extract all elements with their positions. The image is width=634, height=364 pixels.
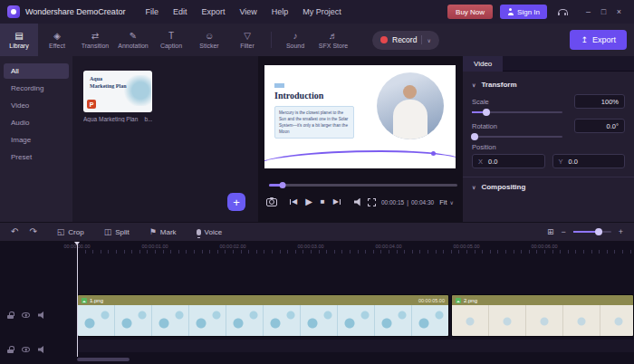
- compositing-section-header[interactable]: ∨ Compositing: [472, 183, 625, 191]
- zoom-in-icon[interactable]: +: [619, 228, 623, 236]
- media-item[interactable]: Aqua Marketing Plan P Aqua Marketing Pla…: [83, 71, 152, 122]
- next-frame-button[interactable]: ▶: [333, 198, 339, 206]
- tab-effect[interactable]: ◈ Effect: [38, 24, 76, 56]
- volume-icon[interactable]: [354, 198, 362, 206]
- history-controls: ↶ ↷: [11, 227, 37, 236]
- section-divider: [463, 177, 634, 177]
- lock-track-icon[interactable]: [7, 346, 14, 353]
- scale-value-field[interactable]: 100%: [574, 94, 625, 109]
- category-all[interactable]: All: [4, 63, 69, 79]
- split-tool-button[interactable]: ◫ Split: [104, 228, 130, 236]
- tab-sfx-store[interactable]: ♬ SFX Store: [314, 24, 352, 56]
- mute-track-icon[interactable]: [38, 311, 45, 319]
- mute-track-icon[interactable]: [38, 346, 45, 353]
- annotation-icon: ✎: [130, 32, 137, 41]
- menu-my-project[interactable]: My Project: [303, 7, 341, 16]
- buy-now-button[interactable]: Buy Now: [447, 5, 493, 19]
- tab-annotation[interactable]: ✎ Annotation: [114, 24, 152, 56]
- category-audio[interactable]: Audio: [4, 115, 69, 130]
- record-button[interactable]: Record ∨: [372, 31, 439, 50]
- timeline-zoom-slider[interactable]: [573, 231, 611, 233]
- preview-seek-bar[interactable]: [269, 184, 457, 187]
- minimize-button[interactable]: –: [581, 5, 596, 19]
- crop-tool-button[interactable]: ◱ Crop: [57, 228, 84, 236]
- rotation-slider[interactable]: [472, 136, 562, 138]
- menu-export[interactable]: Export: [201, 7, 225, 16]
- zoom-out-icon[interactable]: −: [561, 228, 565, 236]
- tab-transition[interactable]: ⇄ Transition: [76, 24, 114, 56]
- tab-separator: [271, 32, 272, 48]
- scale-slider[interactable]: [472, 111, 562, 113]
- scale-slider-handle[interactable]: [483, 109, 490, 116]
- rotation-row: Rotation 0.0°: [472, 119, 625, 133]
- titlebar-right: Buy Now Sign In – □ ×: [447, 5, 627, 19]
- headset-support-icon[interactable]: [558, 9, 566, 15]
- tab-caption[interactable]: T Caption: [152, 24, 190, 56]
- y-value: 0.0: [569, 158, 578, 166]
- image-file-icon: [82, 298, 87, 303]
- tab-sticker[interactable]: ☺ Sticker: [190, 24, 228, 56]
- fullscreen-icon[interactable]: [368, 198, 376, 206]
- clip-filmstrip[interactable]: [452, 305, 633, 337]
- stop-button[interactable]: ■: [321, 198, 325, 206]
- timeline-panel: 00:00:00.00 00:00:01.00 00:00:02.00 00:0…: [0, 242, 634, 364]
- lock-track-icon[interactable]: [7, 311, 14, 319]
- category-preset[interactable]: Preset: [4, 149, 69, 165]
- position-y-field[interactable]: Y 0.0: [552, 154, 626, 168]
- add-media-button[interactable]: +: [227, 193, 245, 211]
- seek-handle[interactable]: [279, 182, 285, 188]
- maximize-button[interactable]: □: [596, 5, 611, 19]
- split-icon: ◫: [104, 228, 112, 236]
- preview-canvas[interactable]: Introduction Mercury is the closest plan…: [264, 65, 456, 168]
- toggle-visibility-icon[interactable]: [22, 347, 30, 352]
- tab-filter[interactable]: ▽ Filter: [228, 24, 266, 56]
- chevron-down-icon[interactable]: ∨: [427, 37, 430, 43]
- ruler-label: 00:00:04.00: [375, 244, 401, 249]
- slide-title: Introduction: [274, 91, 323, 101]
- voice-tool-button[interactable]: Voice: [197, 228, 223, 236]
- close-button[interactable]: ×: [611, 5, 627, 19]
- rotation-value-field[interactable]: 0.0°: [574, 119, 625, 133]
- transform-section-header[interactable]: ∨ Transform: [472, 81, 625, 89]
- transform-title: Transform: [481, 81, 516, 89]
- zoom-slider-handle[interactable]: [595, 228, 602, 235]
- rotation-slider-handle[interactable]: [471, 133, 478, 140]
- category-recording[interactable]: Recording: [4, 81, 69, 96]
- fit-dropdown[interactable]: Fit ∨: [439, 198, 454, 206]
- y-axis-label: Y: [559, 158, 563, 166]
- snapshot-camera-icon[interactable]: [266, 198, 277, 206]
- category-image[interactable]: Image: [4, 132, 69, 148]
- media-thumbnail[interactable]: Aqua Marketing Plan P: [83, 71, 152, 112]
- sign-in-button[interactable]: Sign In: [500, 5, 547, 19]
- timeline-ruler[interactable]: 00:00:00.00 00:00:01.00 00:00:02.00 00:0…: [68, 242, 634, 254]
- clip-filmstrip[interactable]: [78, 305, 448, 337]
- play-button[interactable]: ▶: [305, 197, 312, 206]
- menu-view[interactable]: View: [239, 7, 256, 16]
- slide-photo: [377, 72, 444, 139]
- timeline-clip-2[interactable]: 2.png: [451, 294, 634, 337]
- menu-help[interactable]: Help: [272, 7, 289, 16]
- timeline-horizontal-scrollbar[interactable]: [77, 358, 130, 361]
- playhead[interactable]: [77, 242, 78, 357]
- library-panel: Aqua Marketing Plan P Aqua Marketing Pla…: [72, 56, 258, 222]
- redo-icon[interactable]: ↷: [29, 227, 36, 236]
- previous-frame-button[interactable]: ◀: [292, 198, 297, 206]
- export-button[interactable]: ↥ Export: [570, 30, 627, 50]
- timeline-clip-1[interactable]: 1.png 00:00:05.00: [77, 294, 449, 337]
- menu-file[interactable]: File: [145, 7, 158, 16]
- category-video[interactable]: Video: [4, 98, 69, 113]
- undo-icon[interactable]: ↶: [11, 227, 18, 236]
- tab-library[interactable]: ▤ Library: [0, 24, 38, 56]
- position-x-field[interactable]: X 0.0: [472, 154, 545, 168]
- sound-icon: ♪: [293, 32, 298, 41]
- zoom-fit-icon[interactable]: ⊞: [547, 228, 554, 236]
- mark-label: Mark: [160, 228, 177, 236]
- mark-tool-button[interactable]: ⚑ Mark: [149, 228, 177, 236]
- menu-edit[interactable]: Edit: [173, 7, 187, 16]
- tab-video-properties[interactable]: Video: [463, 56, 503, 72]
- time-separator: |: [407, 199, 408, 206]
- effect-icon: ◈: [53, 32, 61, 41]
- toggle-visibility-icon[interactable]: [22, 312, 30, 318]
- tab-sound[interactable]: ♪ Sound: [276, 24, 314, 56]
- x-value: 0.0: [488, 158, 497, 166]
